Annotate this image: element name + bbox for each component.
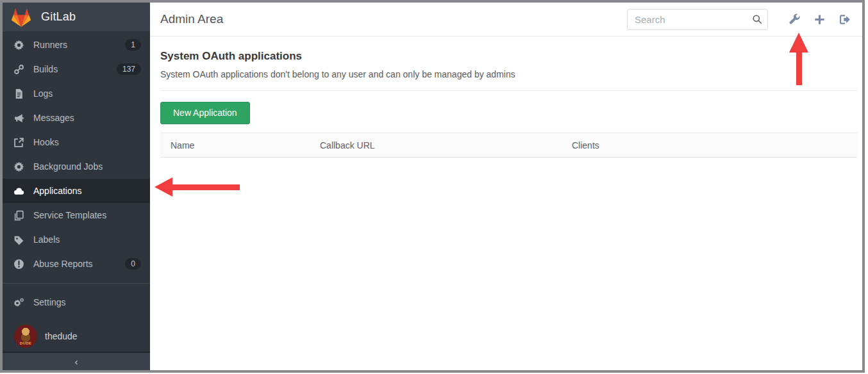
sidebar-divider bbox=[3, 283, 150, 284]
sidebar-item-labels[interactable]: Labels bbox=[3, 227, 150, 252]
section-heading: System OAuth applications bbox=[160, 50, 857, 63]
sidebar-item-logs[interactable]: Logs bbox=[3, 81, 150, 106]
new-application-button[interactable]: New Application bbox=[160, 102, 250, 124]
sidebar-item-label: Applications bbox=[33, 186, 82, 196]
content-area: System OAuth applications System OAuth a… bbox=[150, 37, 862, 158]
sidebar-item-builds[interactable]: Builds 137 bbox=[3, 57, 150, 81]
count-badge: 137 bbox=[117, 63, 141, 75]
cogs-icon bbox=[13, 297, 24, 308]
sidebar-item-messages[interactable]: Messages bbox=[3, 106, 150, 130]
main-area: Admin Area System OAuth applications Sys… bbox=[150, 3, 862, 370]
sidebar-item-label: Runners bbox=[33, 40, 67, 50]
sidebar-item-label: Labels bbox=[33, 234, 60, 245]
sidebar-item-label: Logs bbox=[33, 88, 53, 99]
section-description: System OAuth applications don't belong t… bbox=[160, 69, 857, 79]
gitlab-logo-icon bbox=[10, 7, 32, 27]
search-box bbox=[627, 9, 768, 30]
sidebar-item-label: Messages bbox=[33, 113, 74, 123]
gear-icon bbox=[13, 40, 24, 51]
content-divider bbox=[160, 90, 857, 91]
column-header-clients: Clients bbox=[562, 133, 857, 158]
chevron-left-icon: ‹ bbox=[75, 356, 78, 367]
count-badge: 1 bbox=[125, 39, 141, 51]
bullhorn-icon bbox=[13, 113, 24, 124]
sidebar-item-background-jobs[interactable]: Background Jobs bbox=[3, 154, 150, 179]
sidebar-item-label: Builds bbox=[33, 64, 58, 74]
column-header-name: Name bbox=[160, 133, 310, 158]
user-avatar: DUDE bbox=[14, 325, 37, 348]
sign-out-icon[interactable] bbox=[839, 13, 851, 26]
sidebar-header[interactable]: GitLab bbox=[3, 3, 150, 31]
chain-link-icon bbox=[13, 64, 24, 75]
copy-icon bbox=[13, 210, 24, 221]
sidebar-item-label: Abuse Reports bbox=[33, 259, 93, 269]
sidebar-item-service-templates[interactable]: Service Templates bbox=[3, 203, 150, 227]
gitlab-logo-text: GitLab bbox=[41, 10, 76, 24]
sidebar-item-applications[interactable]: Applications bbox=[3, 179, 150, 203]
annotation-arrow-up-head bbox=[789, 33, 808, 53]
tag-icon bbox=[13, 234, 24, 245]
user-name: thedude bbox=[45, 331, 78, 341]
annotation-arrow-left-shaft bbox=[171, 184, 240, 190]
sidebar-user-profile[interactable]: DUDE thedude bbox=[3, 321, 150, 352]
top-header: Admin Area bbox=[150, 3, 862, 37]
file-text-icon bbox=[13, 88, 24, 99]
search-input[interactable] bbox=[627, 9, 768, 30]
app-window: GitLab Runners 1 Builds 137 Logs Message… bbox=[0, 0, 865, 373]
sidebar: GitLab Runners 1 Builds 137 Logs Message… bbox=[3, 3, 150, 370]
cloud-icon bbox=[13, 186, 24, 197]
annotation-arrow-up-shaft bbox=[796, 51, 802, 85]
sidebar-item-settings[interactable]: Settings bbox=[3, 290, 150, 314]
oauth-applications-table: Name Callback URL Clients bbox=[160, 133, 857, 158]
column-header-callback-url: Callback URL bbox=[310, 133, 562, 158]
sidebar-item-abuse-reports[interactable]: Abuse Reports 0 bbox=[3, 252, 150, 276]
gear-icon bbox=[13, 161, 24, 172]
plus-new-icon[interactable] bbox=[814, 13, 826, 26]
sidebar-item-label: Hooks bbox=[33, 137, 59, 147]
sidebar-item-hooks[interactable]: Hooks bbox=[3, 130, 150, 154]
sidebar-item-label: Service Templates bbox=[33, 210, 106, 220]
exclamation-circle-icon bbox=[13, 259, 24, 270]
sidebar-item-label: Settings bbox=[33, 297, 66, 307]
annotation-arrow-left-head bbox=[154, 177, 172, 197]
count-badge: 0 bbox=[125, 258, 141, 270]
sidebar-item-runners[interactable]: Runners 1 bbox=[3, 33, 150, 57]
table-header-row: Name Callback URL Clients bbox=[160, 133, 857, 158]
sidebar-item-label: Background Jobs bbox=[33, 161, 103, 172]
wrench-admin-icon[interactable] bbox=[789, 13, 801, 26]
sidebar-collapse-button[interactable]: ‹ bbox=[3, 352, 150, 370]
sidebar-nav: Runners 1 Builds 137 Logs Messages Hooks bbox=[3, 31, 150, 352]
page-title: Admin Area bbox=[160, 12, 627, 26]
avatar-caption: DUDE bbox=[17, 341, 35, 346]
external-link-icon bbox=[13, 137, 24, 148]
